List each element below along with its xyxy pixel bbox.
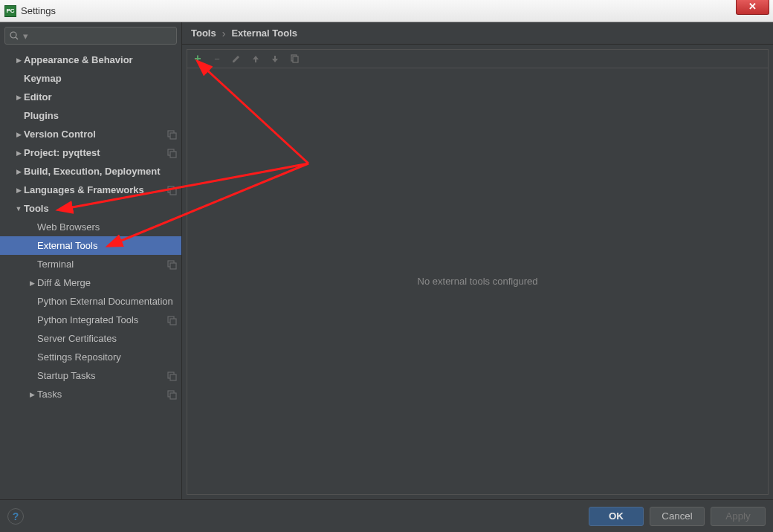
main-panel: Tools › External Tools + − [182,22,773,499]
svg-rect-13 [170,374,176,380]
svg-rect-15 [170,393,176,399]
pycharm-app-icon: PC [4,5,16,17]
sidebar-item-label: Python Integrated Tools [37,314,166,325]
external-tools-list: No external tools configured [187,68,769,495]
project-scope-icon [166,185,177,195]
sidebar-item-label: Project: pyqttest [24,147,166,158]
sidebar-item-label: Build, Execution, Deployment [24,166,177,177]
svg-rect-7 [170,189,176,195]
tools-toolbar: + − [187,49,769,68]
chevron-right-icon: ▶ [13,94,24,101]
sidebar-item-label: Keymap [24,73,177,84]
chevron-right-icon: ▶ [13,131,24,138]
sidebar-item-plugins[interactable]: ▶Plugins [0,106,181,125]
sidebar-item-label: Diff & Merge [37,277,177,288]
arrow-up-icon [251,54,260,63]
chevron-right-icon: ▶ [13,186,24,194]
chevron-right-icon: ▶ [13,149,24,157]
sidebar-item-label: Appearance & Behavior [24,54,177,65]
project-scope-icon [166,129,177,140]
sidebar-item-build-execution-deployment[interactable]: ▶Build, Execution, Deployment [0,162,181,181]
sidebar-item-tasks[interactable]: ▶Tasks [0,385,181,403]
sidebar-item-label: Languages & Frameworks [24,184,166,195]
sidebar-item-label: Tools [24,203,177,214]
window-titlebar: PC Settings ✕ [0,0,773,22]
sidebar-item-label: Editor [24,91,177,103]
chevron-right-icon: ▶ [13,168,24,175]
sidebar-item-version-control[interactable]: ▶Version Control [0,125,181,143]
sidebar-item-settings-repository[interactable]: ▶Settings Repository [0,348,181,366]
search-icon [10,31,19,40]
sidebar-item-label: Web Browsers [37,221,177,233]
chevron-right-icon: ▶ [27,279,37,287]
edit-button[interactable] [230,53,242,65]
sidebar-item-python-integrated-tools[interactable]: ▶Python Integrated Tools [0,311,181,329]
sidebar-item-terminal[interactable]: ▶Terminal [0,255,181,273]
settings-sidebar: ▾ ▶Appearance & Behavior▶Keymap▶Editor▶P… [0,22,182,499]
move-down-button[interactable] [269,53,281,65]
svg-rect-17 [293,56,298,62]
sidebar-item-languages-frameworks[interactable]: ▶Languages & Frameworks [0,181,181,199]
empty-state-text: No external tools configured [418,276,538,287]
window-close-button[interactable]: ✕ [736,0,769,15]
project-scope-icon [166,371,177,381]
sidebar-item-label: Terminal [37,259,166,270]
svg-rect-11 [170,319,176,325]
sidebar-item-python-external-documentation[interactable]: ▶Python External Documentation [0,292,181,311]
project-scope-icon [166,389,177,400]
sidebar-item-external-tools[interactable]: ▶External Tools [0,236,181,255]
remove-button[interactable]: − [211,53,223,65]
project-scope-icon [166,259,177,270]
breadcrumb-root: Tools [191,27,216,39]
sidebar-item-appearance-behavior[interactable]: ▶Appearance & Behavior [0,51,181,69]
breadcrumb-separator-icon: › [222,27,226,39]
sidebar-item-label: External Tools [37,240,177,251]
svg-rect-3 [170,133,176,139]
sidebar-item-label: Server Certificates [37,333,177,344]
arrow-down-icon [271,54,279,63]
svg-line-1 [16,37,18,39]
project-scope-icon [166,148,177,158]
help-button[interactable]: ? [7,508,24,525]
move-up-button[interactable] [250,53,262,65]
sidebar-item-tools[interactable]: ▼Tools [0,199,181,218]
svg-rect-9 [170,263,176,269]
chevron-right-icon: ▶ [13,56,24,64]
cancel-button[interactable]: Cancel [650,507,705,526]
chevron-down-icon: ▼ [13,205,24,213]
sidebar-item-label: Settings Repository [37,351,177,363]
sidebar-item-startup-tasks[interactable]: ▶Startup Tasks [0,366,181,385]
ok-button[interactable]: OK [589,507,644,526]
sidebar-item-server-certificates[interactable]: ▶Server Certificates [0,329,181,348]
sidebar-item-project-pyqttest[interactable]: ▶Project: pyqttest [0,143,181,162]
breadcrumb-leaf: External Tools [231,27,297,39]
sidebar-item-label: Python External Documentation [37,296,177,307]
search-dropdown-icon[interactable]: ▾ [23,30,28,42]
svg-rect-5 [170,152,176,158]
sidebar-item-diff-merge[interactable]: ▶Diff & Merge [0,273,181,292]
svg-point-0 [10,32,16,38]
project-scope-icon [166,315,177,325]
add-button[interactable]: + [192,53,204,65]
search-input[interactable]: ▾ [4,27,177,45]
dialog-footer: ? OK Cancel Apply [0,499,773,532]
sidebar-item-label: Plugins [24,110,177,121]
copy-button[interactable] [288,53,300,65]
sidebar-item-keymap[interactable]: ▶Keymap [0,69,181,88]
copy-icon [289,53,300,64]
settings-tree: ▶Appearance & Behavior▶Keymap▶Editor▶Plu… [0,49,181,499]
window-title: Settings [21,5,56,16]
sidebar-item-web-browsers[interactable]: ▶Web Browsers [0,218,181,236]
sidebar-item-label: Version Control [24,129,166,140]
sidebar-item-editor[interactable]: ▶Editor [0,88,181,106]
breadcrumb: Tools › External Tools [182,22,773,45]
pencil-icon [231,53,242,64]
sidebar-item-label: Startup Tasks [37,370,166,381]
sidebar-item-label: Tasks [37,389,166,400]
chevron-right-icon: ▶ [27,391,37,398]
apply-button[interactable]: Apply [711,507,766,526]
